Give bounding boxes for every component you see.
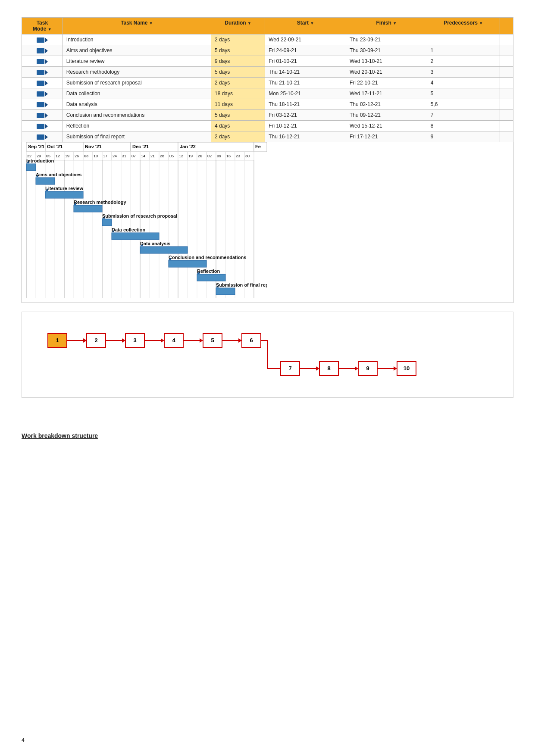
col-header-finish[interactable]: Finish ▼ xyxy=(346,18,427,34)
svg-text:Data analysis: Data analysis xyxy=(140,241,170,246)
task-finish-cell: Thu 23-09-21 xyxy=(346,34,427,45)
svg-text:19: 19 xyxy=(65,154,69,158)
task-duration-cell: 5 days xyxy=(211,67,265,78)
task-extra-cell xyxy=(500,131,513,142)
task-finish-cell: Thu 09-12-21 xyxy=(346,110,427,121)
task-pred-cell: 2 xyxy=(427,56,500,67)
svg-text:8: 8 xyxy=(327,365,330,372)
task-mode-cell xyxy=(22,110,63,121)
svg-text:5: 5 xyxy=(211,337,214,344)
svg-text:02: 02 xyxy=(207,154,212,158)
svg-text:Literature review: Literature review xyxy=(45,186,83,191)
gantt-svg: Sep '21Oct '21Nov '21Dec '21Jan '22Fe222… xyxy=(26,142,267,303)
task-pred-cell: 5,6 xyxy=(427,99,500,110)
svg-rect-100 xyxy=(112,233,159,240)
svg-text:Reflection: Reflection xyxy=(197,269,220,274)
svg-text:Jan '22: Jan '22 xyxy=(180,144,196,149)
task-name-cell: Reflection xyxy=(63,121,211,131)
task-duration-cell: 2 days xyxy=(211,78,265,88)
task-pred-cell: 5 xyxy=(427,88,500,99)
svg-text:Dec '21: Dec '21 xyxy=(132,144,149,149)
svg-marker-131 xyxy=(394,366,397,371)
svg-text:12: 12 xyxy=(179,154,183,158)
svg-text:29: 29 xyxy=(37,154,41,158)
task-extra-cell xyxy=(500,56,513,67)
task-duration-cell: 2 days xyxy=(211,34,265,45)
task-extra-cell xyxy=(500,45,513,56)
svg-text:Submission of research proposa: Submission of research proposal xyxy=(102,213,177,219)
task-duration-cell: 2 days xyxy=(211,131,265,142)
task-mode-cell xyxy=(22,67,63,78)
col-header-mode[interactable]: TaskMode ▼ xyxy=(22,18,63,34)
task-finish-cell: Wed 17-11-21 xyxy=(346,88,427,99)
table-row: Data analysis 11 days Thu 18-11-21 Thu 0… xyxy=(22,99,513,110)
table-row: Conclusion and recommendations 5 days Fr… xyxy=(22,110,513,121)
task-duration-cell: 9 days xyxy=(211,56,265,67)
col-header-taskname[interactable]: Task Name ▼ xyxy=(63,18,211,34)
svg-rect-103 xyxy=(140,247,188,253)
svg-text:14: 14 xyxy=(141,154,145,158)
svg-text:21: 21 xyxy=(150,154,155,158)
task-pred-cell: 9 xyxy=(427,131,500,142)
task-start-cell: Wed 22-09-21 xyxy=(265,34,346,45)
task-pred-cell: 8 xyxy=(427,121,500,131)
task-mode-cell xyxy=(22,78,63,88)
svg-text:28: 28 xyxy=(160,154,164,158)
svg-text:07: 07 xyxy=(131,154,136,158)
task-finish-cell: Wed 15-12-21 xyxy=(346,121,427,131)
task-duration-cell: 4 days xyxy=(211,121,265,131)
svg-marker-127 xyxy=(316,366,319,371)
task-start-cell: Thu 21-10-21 xyxy=(265,78,346,88)
task-finish-cell: Wed 20-10-21 xyxy=(346,67,427,78)
svg-text:1: 1 xyxy=(56,337,59,344)
task-finish-cell: Wed 13-10-21 xyxy=(346,56,427,67)
svg-text:9: 9 xyxy=(366,365,369,372)
task-mode-cell xyxy=(22,56,63,67)
svg-text:16: 16 xyxy=(226,154,231,158)
svg-text:Data collection: Data collection xyxy=(112,227,146,232)
svg-rect-85 xyxy=(26,164,36,171)
task-extra-cell xyxy=(500,121,513,131)
task-start-cell: Fri 24-09-21 xyxy=(265,45,346,56)
svg-rect-91 xyxy=(45,191,83,198)
svg-text:Introduction: Introduction xyxy=(26,158,54,163)
col-header-predecessors[interactable]: Predecessors ▼ xyxy=(427,18,500,34)
svg-text:12: 12 xyxy=(56,154,60,158)
svg-text:4: 4 xyxy=(172,337,175,344)
svg-marker-116 xyxy=(83,338,87,343)
svg-text:Fe: Fe xyxy=(255,144,261,149)
svg-text:19: 19 xyxy=(188,154,193,158)
task-name-cell: Aims and objectives xyxy=(63,45,211,56)
svg-text:03: 03 xyxy=(84,154,88,158)
svg-text:05: 05 xyxy=(169,154,174,158)
task-mode-cell xyxy=(22,88,63,99)
svg-marker-118 xyxy=(122,338,125,343)
svg-text:Conclusion and recommendations: Conclusion and recommendations xyxy=(169,255,246,260)
task-start-cell: Thu 18-11-21 xyxy=(265,99,346,110)
wbs-title: Work breakdown structure xyxy=(22,432,513,439)
task-extra-cell xyxy=(500,99,513,110)
task-duration-cell: 5 days xyxy=(211,110,265,121)
task-pred-cell: 7 xyxy=(427,110,500,121)
svg-rect-88 xyxy=(36,178,55,184)
svg-text:Oct '21: Oct '21 xyxy=(47,144,63,149)
task-duration-cell: 11 days xyxy=(211,99,265,110)
task-start-cell: Fri 03-12-21 xyxy=(265,110,346,121)
task-duration-cell: 18 days xyxy=(211,88,265,99)
svg-text:31: 31 xyxy=(122,154,126,158)
svg-rect-109 xyxy=(197,274,225,281)
svg-rect-97 xyxy=(102,219,112,226)
svg-rect-106 xyxy=(169,260,206,267)
col-header-duration[interactable]: Duration ▼ xyxy=(211,18,265,34)
col-header-start[interactable]: Start ▼ xyxy=(265,18,346,34)
network-diagram: 12345678910 xyxy=(22,312,513,398)
svg-text:Nov '21: Nov '21 xyxy=(85,144,102,149)
svg-marker-120 xyxy=(161,338,164,343)
table-row: Submission of research proposal 2 days T… xyxy=(22,78,513,88)
svg-text:23: 23 xyxy=(236,154,240,158)
task-mode-cell xyxy=(22,34,63,45)
gantt-table: TaskMode ▼ Task Name ▼ Duration ▼ Start … xyxy=(22,17,513,142)
task-finish-cell: Fri 17-12-21 xyxy=(346,131,427,142)
svg-text:26: 26 xyxy=(198,154,202,158)
svg-text:Sep '21: Sep '21 xyxy=(28,144,44,149)
